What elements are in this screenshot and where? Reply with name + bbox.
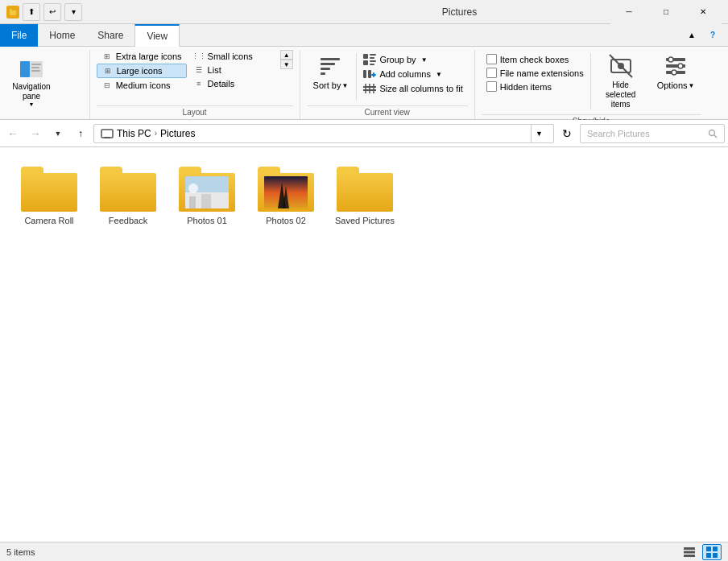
status-bar: 5 items xyxy=(0,542,728,561)
nav-up-button[interactable]: ↑ xyxy=(71,124,90,143)
refresh-button[interactable]: ↻ xyxy=(557,124,577,143)
nav-recent-button[interactable]: ▼ xyxy=(48,124,68,143)
svg-rect-12 xyxy=(321,58,340,60)
tab-home[interactable]: Home xyxy=(38,24,86,47)
svg-rect-47 xyxy=(201,194,211,208)
ribbon-group-layout: ⊞ Extra large icons ⊞ Large icons ⊟ Medi… xyxy=(90,50,300,119)
tab-share[interactable]: Share xyxy=(86,24,134,47)
add-columns-arrow: ▼ xyxy=(436,71,442,78)
options-button[interactable]: Options ▼ xyxy=(651,50,701,93)
hidden-items-toggle[interactable]: Hidden items xyxy=(482,80,589,93)
folder-icon xyxy=(258,167,314,212)
status-count: 5 items xyxy=(6,547,35,557)
folder-name: Saved Pictures xyxy=(335,215,395,226)
svg-rect-23 xyxy=(368,70,371,78)
svg-point-33 xyxy=(618,63,624,69)
svg-rect-18 xyxy=(370,57,374,59)
tab-file[interactable]: File xyxy=(0,24,38,47)
navigation-pane-label: Navigation pane xyxy=(11,82,52,101)
quick-access-down-btn[interactable]: ▾ xyxy=(64,3,82,21)
svg-point-37 xyxy=(668,57,673,62)
item-check-boxes-checkbox xyxy=(486,54,497,64)
details-view-icon xyxy=(684,547,695,558)
quick-access-save-btn[interactable]: ⬆ xyxy=(23,3,40,21)
svg-rect-19 xyxy=(363,60,368,65)
layout-list[interactable]: ☰ List xyxy=(188,64,277,76)
address-path[interactable]: This PC › Pictures ▼ xyxy=(93,124,554,143)
sort-by-arrow: ▼ xyxy=(341,82,348,89)
options-icon xyxy=(663,53,689,79)
close-button[interactable]: ✕ xyxy=(685,0,722,24)
file-name-extensions-checkbox xyxy=(486,68,497,78)
nav-pane-icon xyxy=(19,56,44,82)
ribbon-group-panes: Navigation pane ▼ Preview pane xyxy=(0,50,90,119)
folder-icon xyxy=(21,167,77,212)
address-dropdown-button[interactable]: ▼ xyxy=(531,124,547,143)
ribbon-collapse-btn[interactable]: ▲ xyxy=(683,27,701,44)
folder-icon xyxy=(337,167,393,212)
details-view-toggle[interactable] xyxy=(680,544,699,560)
nav-forward-button[interactable]: → xyxy=(26,124,45,143)
extra-large-icons-icon: ⊞ xyxy=(101,51,113,62)
layout-details[interactable]: ≡ Details xyxy=(188,77,277,90)
svg-rect-58 xyxy=(713,553,718,558)
group-by-button[interactable]: Group by ▼ xyxy=(358,53,467,66)
search-box[interactable]: Search Pictures xyxy=(580,124,725,143)
quick-access-back-btn[interactable]: ↩ xyxy=(43,3,61,21)
layout-medium-icons[interactable]: ⊟ Medium icons xyxy=(97,79,187,92)
svg-rect-56 xyxy=(713,547,718,551)
layout-extra-large-icons[interactable]: ⊞ Extra large icons xyxy=(97,50,187,63)
tab-view[interactable]: View xyxy=(134,24,180,47)
cv-group-content: Sort by ▼ xyxy=(307,50,468,104)
svg-rect-41 xyxy=(104,137,110,138)
item-check-boxes-label: Item check boxes xyxy=(500,55,569,64)
layout-group-label: Layout xyxy=(97,105,293,119)
layout-large-icons[interactable]: ⊞ Large icons xyxy=(97,64,187,78)
svg-point-38 xyxy=(678,64,683,68)
svg-rect-6 xyxy=(31,67,39,68)
search-icon xyxy=(708,129,718,138)
file-name-extensions-toggle[interactable]: File name extensions xyxy=(482,67,589,79)
large-icons-view-toggle[interactable] xyxy=(702,544,722,560)
folder-item-saved-pictures[interactable]: Saved Pictures xyxy=(329,160,401,233)
ribbon-content: Navigation pane ▼ Preview pane xyxy=(0,47,728,119)
layout-small-icons[interactable]: ⋮⋮ Small icons xyxy=(188,50,277,63)
cv-group-label: Current view xyxy=(307,105,468,119)
sort-by-button[interactable]: Sort by ▼ xyxy=(307,50,355,93)
svg-rect-52 xyxy=(684,547,695,550)
folder-icon xyxy=(100,167,156,212)
add-columns-button[interactable]: Add columns ▼ xyxy=(358,68,467,80)
address-this-pc: This PC xyxy=(117,128,151,139)
nav-back-button[interactable]: ← xyxy=(3,124,23,143)
svg-rect-2 xyxy=(10,9,12,11)
hide-selected-button[interactable]: Hide selected items xyxy=(593,50,649,113)
folder-item-camera-roll[interactable]: Camera Roll xyxy=(13,160,85,233)
ribbon-help-btn[interactable]: ? xyxy=(704,27,722,44)
scroll-down-arrow[interactable]: ▼ xyxy=(280,60,293,69)
minimize-button[interactable]: ─ xyxy=(610,0,647,24)
photo-thumb xyxy=(185,176,229,208)
add-columns-label: Add columns xyxy=(379,69,431,79)
hidden-items-checkbox xyxy=(486,81,497,92)
folder-body xyxy=(337,173,393,212)
svg-rect-5 xyxy=(31,64,41,65)
group-by-icon xyxy=(363,54,376,65)
sort-by-icon xyxy=(317,53,343,79)
maximize-button[interactable]: □ xyxy=(647,0,685,24)
scroll-up-arrow[interactable]: ▲ xyxy=(280,50,293,60)
folder-item-photos-01[interactable]: Photos 01 xyxy=(171,160,243,233)
svg-rect-7 xyxy=(31,70,40,72)
svg-rect-57 xyxy=(706,553,711,558)
ribbon-group-current-view: Sort by ▼ xyxy=(300,50,475,119)
small-icons-icon: ⋮⋮ xyxy=(193,51,205,62)
svg-rect-17 xyxy=(370,54,376,56)
small-icons-label: Small icons xyxy=(208,52,253,61)
navigation-pane-button[interactable]: Navigation pane ▼ xyxy=(6,53,56,110)
folder-body xyxy=(21,173,77,212)
svg-point-39 xyxy=(672,70,676,75)
folder-item-feedback[interactable]: Feedback xyxy=(92,160,164,233)
item-check-boxes-toggle[interactable]: Item check boxes xyxy=(482,53,589,65)
folder-item-photos-02[interactable]: Photos 02 xyxy=(250,160,322,233)
large-icons-label: Large icons xyxy=(117,66,163,76)
size-all-columns-button[interactable]: Size all columns to fit xyxy=(358,82,467,95)
